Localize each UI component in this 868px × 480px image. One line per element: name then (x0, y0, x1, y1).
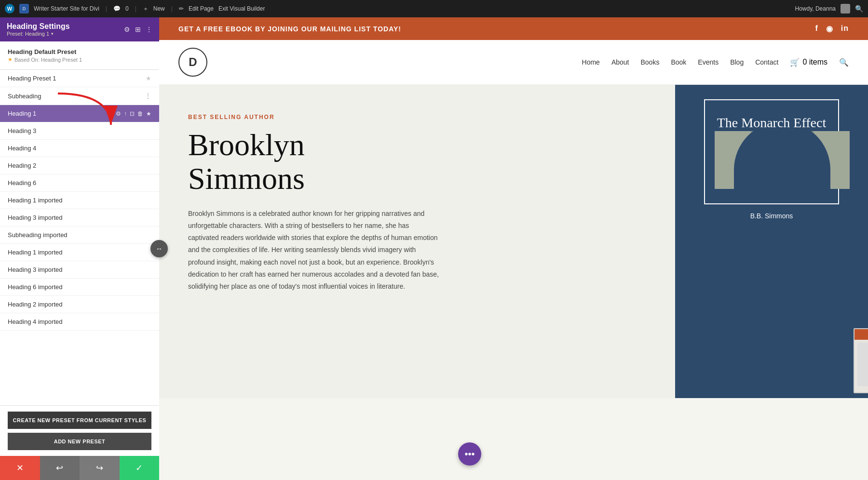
panel-title: Heading Settings (7, 22, 70, 31)
preset-favorite-icon[interactable]: ★ (146, 110, 151, 117)
nav-about[interactable]: About (611, 58, 629, 66)
admin-bar-left: W D Writer Starter Site for Divi | 💬 0 |… (5, 4, 789, 13)
hero-left: BEST SELLING AUTHOR BrooklynSimmons Broo… (159, 85, 675, 398)
preview-thumbnail (854, 328, 868, 393)
preset-item-heading-2[interactable]: Heading 2 (0, 157, 159, 174)
site-logo[interactable]: D (178, 48, 207, 77)
site-nav: D Home About Books Book Events Blog Cont… (159, 40, 868, 85)
preset-item-heading-2-imported[interactable]: Heading 2 imported (0, 296, 159, 313)
linkedin-icon[interactable]: in (841, 24, 849, 33)
nav-books[interactable]: Books (640, 58, 659, 66)
comments-count: 0 (125, 5, 129, 12)
preset-item-heading-1-imported-2[interactable]: Heading 1 imported (0, 244, 159, 261)
undo-button[interactable]: ↩ (40, 456, 80, 480)
preset-item-heading-preset-1[interactable]: Heading Preset 1 ★ (0, 70, 159, 87)
hero-right: The Monarch Effect B.B. Simmons (675, 85, 868, 398)
social-icons: f ◉ in (815, 24, 849, 33)
preset-list: Heading Preset 1 ★ Subheading ⋮ Heading … (0, 70, 159, 405)
save-icon: ✓ (136, 463, 143, 473)
based-on-star-icon: ★ (8, 56, 13, 63)
preset-more-icon[interactable]: ⋮ (145, 92, 151, 100)
author-bio: Brooklyn Simmons is a celebrated author … (188, 208, 439, 293)
preset-edit-icon[interactable]: ✏ (108, 110, 113, 117)
nav-search-icon[interactable]: 🔍 (839, 58, 849, 67)
nav-blog[interactable]: Blog (730, 58, 744, 66)
new-icon: ＋ (143, 5, 149, 13)
save-button[interactable]: ✓ (120, 456, 160, 480)
preset-chevron-icon: ▾ (51, 31, 54, 36)
book-title: The Monarch Effect (715, 115, 828, 131)
panel-bottom: CREATE NEW PRESET FROM CURRENT STYLES AD… (0, 405, 159, 456)
instagram-icon[interactable]: ◉ (826, 24, 833, 33)
preset-item-heading-4[interactable]: Heading 4 (0, 140, 159, 157)
site-logo-icon[interactable]: D (19, 4, 29, 13)
preset-upload-icon[interactable]: ↑ (124, 110, 127, 117)
redo-button[interactable]: ↪ (80, 456, 120, 480)
preset-item-heading-6[interactable]: Heading 6 (0, 174, 159, 192)
cart-count: 0 items (802, 58, 827, 67)
panel-more-icon[interactable]: ⋮ (146, 26, 152, 33)
preset-star-icon[interactable]: ★ (146, 75, 151, 82)
book-cover-art (715, 131, 850, 189)
author-name: BrooklynSimmons (188, 128, 646, 196)
fab-icon: ••• (464, 449, 475, 460)
preset-item-heading-1[interactable]: Heading 1 ✏ ⚙ ↑ ⊡ 🗑 ★ (0, 105, 159, 122)
edit-page-link[interactable]: Edit Page (189, 5, 214, 12)
panel-header-icons: ⚙ ⊞ ⋮ (124, 26, 152, 33)
nav-events[interactable]: Events (698, 58, 719, 66)
nav-links: Home About Books Book Events Blog Contac… (582, 58, 849, 67)
admin-bar: W D Writer Starter Site for Divi | 💬 0 |… (0, 0, 868, 17)
preset-item-heading-3-imported[interactable]: Heading 3 imported (0, 209, 159, 227)
panel-title-group: Heading Settings Preset: Heading 1 ▾ (7, 22, 70, 37)
edit-icon: ✏ (179, 5, 184, 12)
based-on-label: ★ Based On: Heading Preset 1 (8, 56, 151, 63)
arch-1 (734, 131, 830, 189)
cancel-icon: ✕ (16, 463, 24, 473)
default-preset-section: Heading Default Preset ★ Based On: Headi… (0, 41, 159, 70)
banner-text: GET A FREE EBOOK BY JOINING OUR MAILING … (178, 25, 401, 33)
fab-button[interactable]: ••• (458, 442, 481, 466)
preset-item-heading-1-imported[interactable]: Heading 1 imported (0, 192, 159, 209)
preset-item-heading-4-imported[interactable]: Heading 4 imported (0, 313, 159, 331)
heading-settings-panel: Heading Settings Preset: Heading 1 ▾ ⚙ ⊞… (0, 17, 159, 480)
panel-grid-icon[interactable]: ⊞ (135, 26, 141, 33)
panel-settings-icon[interactable]: ⚙ (124, 26, 130, 33)
site-hero: BEST SELLING AUTHOR BrooklynSimmons Broo… (159, 85, 868, 398)
site-banner: GET A FREE EBOOK BY JOINING OUR MAILING … (159, 17, 868, 40)
panel-footer: ✕ ↩ ↪ ✓ (0, 456, 159, 480)
preset-item-heading-6-imported[interactable]: Heading 6 imported (0, 279, 159, 296)
add-preset-button[interactable]: ADD NEW PRESET (8, 433, 151, 450)
main-layout: Heading Settings Preset: Heading 1 ▾ ⚙ ⊞… (0, 17, 868, 480)
panel-collapse-button[interactable]: ↔ (150, 240, 168, 257)
nav-home[interactable]: Home (582, 58, 600, 66)
preset-item-heading-3-imported-2[interactable]: Heading 3 imported (0, 261, 159, 279)
default-preset-label: Heading Default Preset (8, 48, 151, 55)
facebook-icon[interactable]: f (815, 24, 818, 33)
wp-logo-icon[interactable]: W (5, 4, 14, 13)
admin-search-icon[interactable]: 🔍 (855, 5, 863, 13)
preset-item-heading-3[interactable]: Heading 3 (0, 122, 159, 140)
redo-icon: ↪ (96, 463, 103, 473)
comment-icon: 💬 (113, 5, 121, 12)
undo-icon: ↩ (56, 463, 63, 473)
nav-book[interactable]: Book (671, 58, 686, 66)
preset-settings-icon[interactable]: ⚙ (116, 110, 121, 117)
preset-copy-icon[interactable]: ⊡ (130, 110, 135, 117)
nav-contact[interactable]: Contact (755, 58, 778, 66)
preset-item-subheading[interactable]: Subheading ⋮ (0, 87, 159, 105)
preset-item-subheading-imported[interactable]: Subheading imported (0, 227, 159, 244)
panel-preset-label[interactable]: Preset: Heading 1 ▾ (7, 31, 70, 37)
preset-delete-icon[interactable]: 🗑 (137, 110, 143, 117)
new-link[interactable]: New (153, 5, 165, 12)
create-preset-button[interactable]: CREATE NEW PRESET FROM CURRENT STYLES (8, 412, 151, 429)
site-name-label: Writer Starter Site for Divi (34, 5, 99, 12)
author-credit: B.B. Simmons (750, 212, 793, 220)
cart-icon: 🛒 (790, 58, 800, 67)
website-preview: GET A FREE EBOOK BY JOINING OUR MAILING … (159, 17, 868, 480)
user-avatar (841, 4, 850, 13)
exit-builder-link[interactable]: Exit Visual Builder (218, 5, 265, 12)
cart-nav[interactable]: 🛒 0 items (790, 58, 827, 67)
admin-bar-right: Howdy, Deanna 🔍 (795, 4, 864, 13)
howdy-label: Howdy, Deanna (795, 5, 836, 12)
cancel-button[interactable]: ✕ (0, 456, 40, 480)
